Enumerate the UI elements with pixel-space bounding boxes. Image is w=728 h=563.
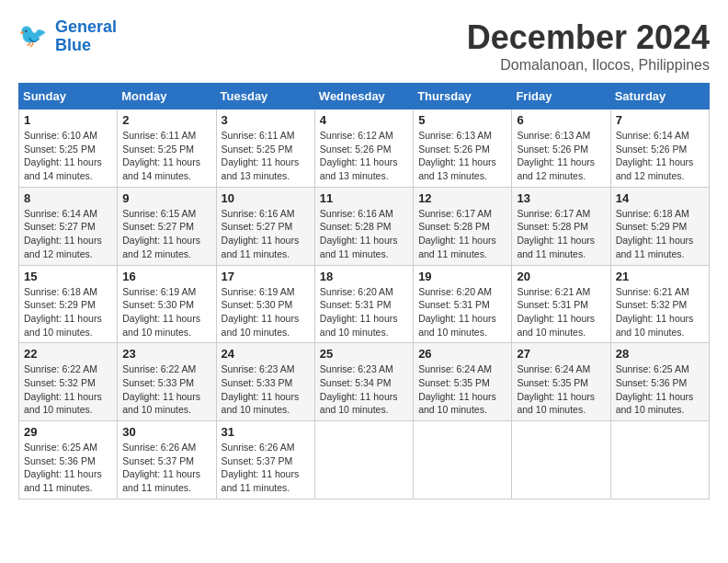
day-cell-11: 11Sunrise: 6:16 AMSunset: 5:28 PMDayligh…	[314, 187, 413, 265]
day-number: 4	[320, 113, 408, 127]
day-cell-20: 20Sunrise: 6:21 AMSunset: 5:31 PMDayligh…	[512, 265, 610, 343]
day-info: Sunrise: 6:25 AMSunset: 5:36 PMDaylight:…	[616, 362, 704, 417]
header-sunday: Sunday	[19, 84, 118, 109]
calendar-week-1: 1Sunrise: 6:10 AMSunset: 5:25 PMDaylight…	[19, 109, 710, 188]
day-cell-28: 28Sunrise: 6:25 AMSunset: 5:36 PMDayligh…	[610, 343, 709, 421]
day-cell-29: 29Sunrise: 6:25 AMSunset: 5:36 PMDayligh…	[19, 421, 118, 500]
day-number: 13	[517, 191, 605, 205]
day-number: 22	[24, 347, 112, 361]
day-number: 5	[418, 113, 506, 127]
day-cell-1: 1Sunrise: 6:10 AMSunset: 5:25 PMDaylight…	[19, 109, 118, 188]
day-info: Sunrise: 6:12 AMSunset: 5:26 PMDaylight:…	[320, 129, 408, 183]
day-number: 12	[418, 191, 506, 205]
calendar: SundayMondayTuesdayWednesdayThursdayFrid…	[18, 83, 710, 500]
day-info: Sunrise: 6:16 AMSunset: 5:27 PMDaylight:…	[222, 207, 310, 261]
day-number: 17	[222, 270, 310, 283]
header-wednesday: Wednesday	[314, 84, 413, 109]
header-tuesday: Tuesday	[216, 84, 314, 109]
title-area: December 2024 Domalanoan, Ilocos, Philip…	[467, 18, 710, 74]
day-info: Sunrise: 6:23 AMSunset: 5:33 PMDaylight:…	[222, 362, 310, 417]
empty-cell	[414, 421, 512, 500]
day-info: Sunrise: 6:14 AMSunset: 5:27 PMDaylight:…	[24, 207, 112, 261]
day-number: 15	[24, 270, 112, 283]
day-number: 25	[320, 347, 408, 361]
calendar-week-5: 29Sunrise: 6:25 AMSunset: 5:36 PMDayligh…	[19, 421, 710, 500]
day-cell-19: 19Sunrise: 6:20 AMSunset: 5:31 PMDayligh…	[414, 265, 512, 343]
day-info: Sunrise: 6:18 AMSunset: 5:29 PMDaylight:…	[24, 285, 112, 339]
location-title: Domalanoan, Ilocos, Philippines	[467, 57, 710, 74]
day-cell-8: 8Sunrise: 6:14 AMSunset: 5:27 PMDaylight…	[19, 187, 118, 265]
day-info: Sunrise: 6:11 AMSunset: 5:25 PMDaylight:…	[122, 129, 210, 183]
day-cell-31: 31Sunrise: 6:26 AMSunset: 5:37 PMDayligh…	[216, 421, 314, 500]
day-cell-13: 13Sunrise: 6:17 AMSunset: 5:28 PMDayligh…	[512, 187, 610, 265]
empty-cell	[512, 421, 610, 500]
header-thursday: Thursday	[414, 84, 512, 109]
logo-text: General Blue	[55, 18, 117, 55]
day-number: 7	[616, 113, 704, 127]
day-info: Sunrise: 6:14 AMSunset: 5:26 PMDaylight:…	[616, 129, 704, 183]
day-number: 20	[517, 270, 605, 283]
day-cell-27: 27Sunrise: 6:24 AMSunset: 5:35 PMDayligh…	[512, 343, 610, 421]
day-cell-26: 26Sunrise: 6:24 AMSunset: 5:35 PMDayligh…	[414, 343, 512, 421]
day-info: Sunrise: 6:19 AMSunset: 5:30 PMDaylight:…	[122, 285, 210, 339]
day-info: Sunrise: 6:24 AMSunset: 5:35 PMDaylight:…	[517, 362, 605, 417]
day-info: Sunrise: 6:11 AMSunset: 5:25 PMDaylight:…	[222, 129, 310, 183]
day-info: Sunrise: 6:19 AMSunset: 5:30 PMDaylight:…	[222, 285, 310, 339]
header-saturday: Saturday	[610, 84, 709, 109]
day-cell-18: 18Sunrise: 6:20 AMSunset: 5:31 PMDayligh…	[314, 265, 413, 343]
day-number: 2	[122, 113, 210, 127]
day-info: Sunrise: 6:25 AMSunset: 5:36 PMDaylight:…	[24, 441, 112, 495]
day-info: Sunrise: 6:26 AMSunset: 5:37 PMDaylight:…	[222, 441, 310, 495]
calendar-week-2: 8Sunrise: 6:14 AMSunset: 5:27 PMDaylight…	[19, 187, 710, 265]
day-info: Sunrise: 6:13 AMSunset: 5:26 PMDaylight:…	[418, 129, 506, 183]
day-cell-30: 30Sunrise: 6:26 AMSunset: 5:37 PMDayligh…	[118, 421, 216, 500]
day-cell-4: 4Sunrise: 6:12 AMSunset: 5:26 PMDaylight…	[314, 109, 413, 188]
header: 🐦 General Blue December 2024 Domalanoan,…	[18, 18, 710, 74]
empty-cell	[610, 421, 709, 500]
header-friday: Friday	[512, 84, 610, 109]
day-number: 19	[418, 270, 506, 283]
day-number: 26	[418, 347, 506, 361]
day-cell-9: 9Sunrise: 6:15 AMSunset: 5:27 PMDaylight…	[118, 187, 216, 265]
day-cell-21: 21Sunrise: 6:21 AMSunset: 5:32 PMDayligh…	[610, 265, 709, 343]
day-number: 18	[320, 270, 408, 283]
logo-line1: General	[55, 17, 117, 36]
day-info: Sunrise: 6:15 AMSunset: 5:27 PMDaylight:…	[122, 207, 210, 261]
day-cell-25: 25Sunrise: 6:23 AMSunset: 5:34 PMDayligh…	[314, 343, 413, 421]
calendar-week-3: 15Sunrise: 6:18 AMSunset: 5:29 PMDayligh…	[19, 265, 710, 343]
day-cell-15: 15Sunrise: 6:18 AMSunset: 5:29 PMDayligh…	[19, 265, 118, 343]
day-number: 3	[222, 113, 310, 127]
day-cell-6: 6Sunrise: 6:13 AMSunset: 5:26 PMDaylight…	[512, 109, 610, 188]
day-number: 28	[616, 347, 704, 361]
day-number: 11	[320, 191, 408, 205]
day-number: 16	[122, 270, 210, 283]
day-cell-5: 5Sunrise: 6:13 AMSunset: 5:26 PMDaylight…	[414, 109, 512, 188]
day-info: Sunrise: 6:16 AMSunset: 5:28 PMDaylight:…	[320, 207, 408, 261]
day-number: 23	[122, 347, 210, 361]
day-cell-7: 7Sunrise: 6:14 AMSunset: 5:26 PMDaylight…	[610, 109, 709, 188]
logo-icon: 🐦	[18, 20, 51, 53]
calendar-week-4: 22Sunrise: 6:22 AMSunset: 5:32 PMDayligh…	[19, 343, 710, 421]
day-cell-10: 10Sunrise: 6:16 AMSunset: 5:27 PMDayligh…	[216, 187, 314, 265]
day-number: 31	[222, 425, 310, 439]
header-monday: Monday	[118, 84, 216, 109]
day-number: 10	[222, 191, 310, 205]
day-info: Sunrise: 6:22 AMSunset: 5:33 PMDaylight:…	[122, 362, 210, 417]
day-number: 27	[517, 347, 605, 361]
day-info: Sunrise: 6:21 AMSunset: 5:31 PMDaylight:…	[517, 285, 605, 339]
day-info: Sunrise: 6:17 AMSunset: 5:28 PMDaylight:…	[517, 207, 605, 261]
day-cell-23: 23Sunrise: 6:22 AMSunset: 5:33 PMDayligh…	[118, 343, 216, 421]
day-number: 29	[24, 425, 112, 439]
day-cell-22: 22Sunrise: 6:22 AMSunset: 5:32 PMDayligh…	[19, 343, 118, 421]
day-cell-2: 2Sunrise: 6:11 AMSunset: 5:25 PMDaylight…	[118, 109, 216, 188]
day-info: Sunrise: 6:22 AMSunset: 5:32 PMDaylight:…	[24, 362, 112, 417]
empty-cell	[314, 421, 413, 500]
day-number: 6	[517, 113, 605, 127]
day-number: 8	[24, 191, 112, 205]
day-info: Sunrise: 6:21 AMSunset: 5:32 PMDaylight:…	[616, 285, 704, 339]
day-number: 30	[122, 425, 210, 439]
day-info: Sunrise: 6:17 AMSunset: 5:28 PMDaylight:…	[418, 207, 506, 261]
day-cell-14: 14Sunrise: 6:18 AMSunset: 5:29 PMDayligh…	[610, 187, 709, 265]
day-cell-24: 24Sunrise: 6:23 AMSunset: 5:33 PMDayligh…	[216, 343, 314, 421]
day-info: Sunrise: 6:26 AMSunset: 5:37 PMDaylight:…	[122, 441, 210, 495]
